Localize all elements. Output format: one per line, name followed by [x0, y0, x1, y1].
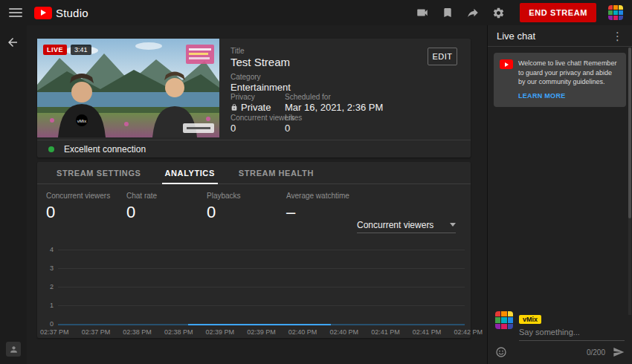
tab-bar: STREAM SETTINGS ANALYTICS STREAM HEALTH [37, 162, 471, 184]
youtube-icon [500, 59, 513, 69]
metric-concurrent-viewers: Concurrent viewers 0 [46, 192, 110, 222]
metric-playbacks: Playbacks 0 [207, 192, 241, 222]
main-content: vMix LIVE 3:41 Title Te [27, 25, 487, 364]
edit-button[interactable]: EDIT [428, 48, 457, 65]
analytics-card: STREAM SETTINGS ANALYTICS STREAM HEALTH … [37, 162, 471, 338]
concurrent-viewers-chart [58, 250, 465, 325]
tab-analytics[interactable]: ANALYTICS [153, 162, 227, 183]
char-counter: 0/200 [587, 348, 605, 357]
bookmark-icon[interactable] [441, 6, 454, 19]
scheduled-value: Mar 16, 2021, 2:36 PM [285, 102, 383, 113]
metric-chat-rate: Chat rate 0 [126, 192, 157, 222]
settings-gear-icon[interactable] [491, 6, 505, 19]
connection-status-row: Excellent connection [37, 140, 471, 157]
x-axis-labels: 02:37 PM02:37 PM 02:38 PM02:38 PM 02:39 … [40, 328, 483, 336]
category-label: Category [230, 73, 261, 81]
vmix-logo-icon[interactable] [608, 5, 623, 20]
chat-header: Live chat ⋮ [488, 25, 632, 47]
connection-status-text: Excellent connection [64, 144, 146, 155]
privacy-value: Private [241, 102, 271, 113]
viewers-value: 0 [230, 123, 236, 134]
brand-text: Studio [56, 7, 88, 19]
topbar: Studio END STREAM [0, 0, 632, 25]
topbar-actions: END STREAM [416, 3, 623, 22]
share-icon[interactable] [466, 6, 480, 19]
y-tick: 1 [40, 302, 54, 309]
chat-compose-area: vMix Say something... 0/200 [488, 307, 632, 364]
chat-title: Live chat [497, 30, 535, 42]
stream-title: Test Stream [230, 56, 290, 68]
chart-metric-selected: Concurrent viewers [357, 220, 433, 230]
y-tick: 4 [40, 246, 54, 253]
videocam-icon[interactable] [416, 6, 429, 19]
chart-metric-dropdown[interactable]: Concurrent viewers [357, 217, 456, 233]
left-sidebar [0, 25, 27, 364]
likes-label: Likes [285, 114, 302, 122]
chat-welcome-message: Welcome to live chat! Remember to guard … [494, 53, 626, 107]
tab-stream-health[interactable]: STREAM HEALTH [227, 162, 326, 183]
welcome-text: Welcome to live chat! Remember to guard … [518, 59, 620, 87]
chat-message-input[interactable]: Say something... [519, 328, 625, 341]
elapsed-time-badge: 3:41 [71, 45, 91, 55]
send-icon[interactable] [613, 346, 625, 358]
youtube-play-icon [34, 7, 52, 19]
username-badge: vMix [519, 315, 541, 324]
end-stream-button[interactable]: END STREAM [520, 3, 596, 22]
user-avatar[interactable] [495, 311, 513, 329]
learn-more-link[interactable]: LEARN MORE [518, 92, 566, 100]
stream-info-card: vMix LIVE 3:41 Title Te [37, 39, 471, 157]
menu-icon[interactable] [9, 8, 22, 17]
connection-status-dot [48, 146, 54, 152]
youtube-studio-live-dashboard: Studio END STREAM [0, 0, 632, 364]
live-badge: LIVE [43, 45, 67, 55]
category-value: Entertainment [230, 82, 291, 93]
studio-logo[interactable]: Studio [34, 7, 88, 19]
account-icon[interactable] [6, 342, 21, 357]
chart-line-highlight [188, 324, 331, 325]
live-preview[interactable]: vMix LIVE 3:41 [37, 39, 219, 137]
chat-scrollbar[interactable] [628, 48, 631, 315]
svg-text:vMix: vMix [77, 119, 86, 123]
y-tick: 3 [40, 264, 54, 272]
title-label: Title [230, 47, 245, 55]
back-arrow-icon[interactable] [6, 36, 21, 51]
emoji-icon[interactable] [495, 346, 507, 358]
kebab-menu-icon[interactable]: ⋮ [612, 30, 623, 42]
live-chat-panel: Live chat ⋮ Welcome to live chat! Rememb… [487, 25, 632, 364]
chevron-down-icon [450, 223, 456, 227]
privacy-label: Privacy [230, 93, 255, 101]
y-tick: 2 [40, 283, 54, 290]
privacy-value-row: Private [230, 102, 271, 113]
tab-stream-settings[interactable]: STREAM SETTINGS [45, 162, 153, 183]
lock-icon [230, 103, 238, 111]
scheduled-label: Scheduled for [285, 93, 331, 101]
likes-value: 0 [285, 123, 290, 134]
y-tick: 0 [40, 320, 54, 328]
metric-average-watchtime: Average watchtime – [286, 192, 349, 222]
